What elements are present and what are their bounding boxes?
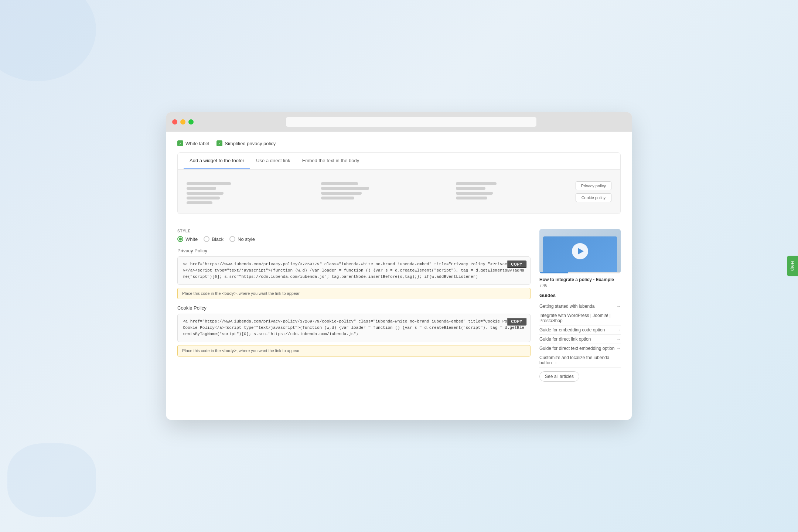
right-col: How to integrate a policy - Example 7:46…: [539, 229, 621, 382]
preview-buttons: Privacy policy Cookie policy: [576, 181, 611, 202]
tab-footer-widget[interactable]: Add a widget to the footer: [184, 153, 250, 169]
video-duration: 7:46: [539, 283, 621, 287]
privacy-policy-section: Privacy Policy <a href="https://www.iube…: [177, 248, 531, 299]
help-button[interactable]: Help: [787, 256, 798, 276]
video-progress-fill: [539, 272, 568, 273]
guide-link-text-embedding[interactable]: Guide for direct text embedding option →: [539, 344, 621, 353]
cookie-policy-code-wrapper: <a href="https://www.iubenda.com/privacy…: [177, 314, 531, 342]
cookie-policy-label: Cookie Policy: [177, 305, 531, 311]
preview-line: [187, 201, 212, 204]
guide-link-label: Guide for direct text embedding option: [539, 346, 614, 351]
tab-embed-body[interactable]: Embed the text in the body: [296, 153, 365, 169]
see-all-articles-button[interactable]: See all articles: [539, 371, 579, 382]
browser-titlebar: [166, 112, 632, 132]
radio-black-label: Black: [212, 236, 224, 242]
guide-arrow-icon: →: [616, 337, 621, 342]
address-bar[interactable]: [286, 117, 537, 127]
preview-line: [321, 192, 362, 195]
simplified-privacy-text: Simplified privacy policy: [225, 141, 276, 146]
guide-link-label: Integrate with WordPress | Joomla! | Pre…: [539, 313, 611, 323]
browser-window: ✓ White label ✓ Simplified privacy polic…: [166, 112, 632, 420]
preview-columns: [187, 182, 576, 206]
left-col: STYLE White Black No style: [177, 229, 531, 382]
guide-link-direct[interactable]: Guide for direct link option →: [539, 335, 621, 344]
radio-white[interactable]: White: [177, 236, 198, 242]
preview-col-1: [187, 182, 306, 206]
simplified-privacy-checkbox[interactable]: ✓ Simplified privacy policy: [216, 140, 276, 146]
preview-col-3: [456, 182, 576, 206]
radio-no-style-label: No style: [238, 236, 255, 242]
radio-white-label: White: [185, 236, 198, 242]
traffic-light-red[interactable]: [172, 119, 177, 125]
privacy-policy-preview-btn[interactable]: Privacy policy: [576, 181, 611, 190]
radio-black-dot: [204, 236, 209, 242]
radio-no-style-dot: [229, 236, 235, 242]
tabs-bar: Add a widget to the footer Use a direct …: [178, 153, 620, 170]
guides-title: Guides: [539, 293, 621, 298]
radio-white-dot: [177, 236, 183, 242]
guide-link-customize[interactable]: Customize and localize the iubenda butto…: [539, 353, 621, 368]
cookie-policy-preview-btn[interactable]: Cookie policy: [576, 193, 611, 202]
cookie-policy-code: <a href="https://www.iubenda.com/privacy…: [178, 314, 530, 342]
video-progress-bar: [539, 272, 621, 273]
radio-black[interactable]: Black: [204, 236, 224, 242]
radio-no-style[interactable]: No style: [229, 236, 255, 242]
guide-link-integrate[interactable]: Integrate with WordPress | Joomla! | Pre…: [539, 311, 621, 325]
style-label: STYLE: [177, 229, 531, 233]
two-col-layout: STYLE White Black No style: [177, 222, 621, 382]
play-icon: [578, 248, 584, 255]
tab-direct-link[interactable]: Use a direct link: [250, 153, 296, 169]
traffic-light-yellow[interactable]: [180, 119, 185, 125]
preview-line: [187, 192, 224, 195]
guide-arrow-icon: →: [616, 304, 621, 309]
guide-link-label: Guide for direct link option: [539, 337, 591, 342]
video-inner: [539, 229, 621, 273]
guide-link-getting-started[interactable]: Getting started with iubenda →: [539, 302, 621, 311]
preview-area: Privacy policy Cookie policy: [178, 170, 620, 214]
simplified-privacy-check-icon: ✓: [216, 140, 222, 146]
preview-line: [456, 187, 485, 190]
guide-link-label: Guide for embedding code option: [539, 327, 605, 332]
browser-content: ✓ White label ✓ Simplified privacy polic…: [166, 132, 632, 420]
guide-link-label: Customize and localize the iubenda butto…: [539, 355, 609, 365]
play-button[interactable]: [572, 243, 588, 259]
preview-content: [187, 182, 576, 206]
guide-arrow-icon: →: [616, 327, 621, 332]
preview-line: [187, 187, 216, 190]
guide-link-label: Getting started with iubenda: [539, 304, 594, 309]
white-label-text: White label: [185, 141, 209, 146]
privacy-policy-code-wrapper: <a href="https://www.iubenda.com/privacy…: [177, 256, 531, 285]
video-title: How to integrate a policy - Example: [539, 277, 621, 282]
preview-line: [321, 197, 354, 200]
privacy-policy-label: Privacy Policy: [177, 248, 531, 253]
guide-link-embedding[interactable]: Guide for embedding code option →: [539, 325, 621, 335]
cookie-policy-section: Cookie Policy <a href="https://www.iuben…: [177, 305, 531, 357]
preview-col-2: [321, 182, 441, 206]
cookie-policy-copy-button[interactable]: COPY: [507, 318, 526, 325]
preview-line: [187, 197, 220, 200]
preview-line: [456, 197, 487, 200]
checkboxes-row: ✓ White label ✓ Simplified privacy polic…: [177, 140, 621, 146]
guide-arrow-icon: →: [616, 346, 621, 351]
preview-line: [187, 182, 231, 185]
privacy-policy-code: <a href="https://www.iubenda.com/privacy…: [178, 257, 530, 284]
main-card: Add a widget to the footer Use a direct …: [177, 152, 621, 214]
preview-line: [456, 182, 497, 185]
privacy-policy-hint: Place this code in the <body>, where you…: [177, 288, 531, 299]
video-thumbnail[interactable]: [539, 229, 621, 273]
cookie-policy-hint: Place this code in the <body>, where you…: [177, 345, 531, 357]
privacy-policy-copy-button[interactable]: COPY: [507, 260, 526, 268]
preview-line: [321, 182, 358, 185]
radio-group-style: White Black No style: [177, 236, 531, 242]
white-label-check-icon: ✓: [177, 140, 183, 146]
white-label-checkbox[interactable]: ✓ White label: [177, 140, 209, 146]
preview-line: [321, 187, 369, 190]
preview-line: [456, 192, 493, 195]
traffic-light-green[interactable]: [188, 119, 194, 125]
